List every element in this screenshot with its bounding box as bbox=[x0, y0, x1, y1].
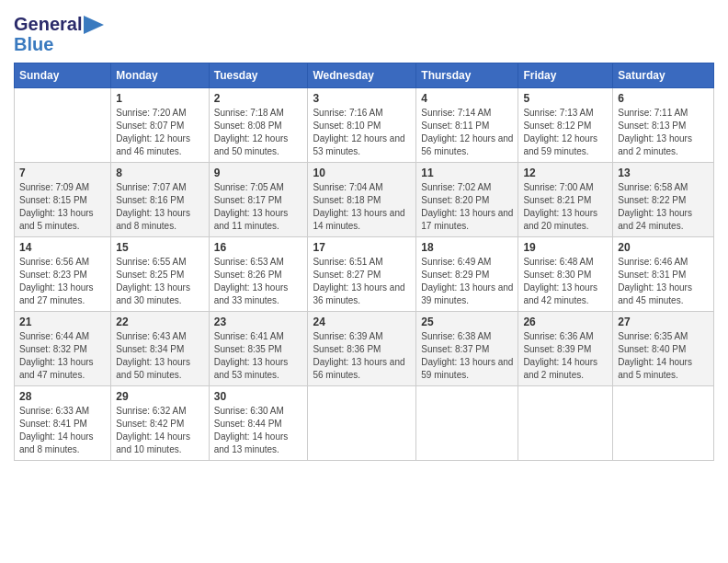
day-number: 15 bbox=[116, 241, 203, 254]
day-number: 14 bbox=[19, 241, 106, 254]
day-cell: 20Sunrise: 6:46 AMSunset: 8:31 PMDayligh… bbox=[613, 237, 714, 312]
day-info: Sunrise: 6:46 AMSunset: 8:31 PMDaylight:… bbox=[618, 256, 709, 307]
day-cell: 1Sunrise: 7:20 AMSunset: 8:07 PMDaylight… bbox=[111, 88, 209, 163]
day-info: Sunrise: 7:16 AMSunset: 8:10 PMDaylight:… bbox=[313, 107, 411, 158]
day-number: 25 bbox=[421, 316, 513, 328]
header-day-saturday: Saturday bbox=[613, 63, 714, 88]
logo: General Blue bbox=[14, 14, 104, 55]
svg-marker-0 bbox=[84, 16, 104, 34]
day-info: Sunrise: 7:20 AMSunset: 8:07 PMDaylight:… bbox=[116, 107, 203, 158]
day-number: 8 bbox=[116, 167, 203, 179]
day-info: Sunrise: 7:07 AMSunset: 8:16 PMDaylight:… bbox=[116, 181, 203, 233]
day-info: Sunrise: 6:53 AMSunset: 8:26 PMDaylight:… bbox=[214, 256, 303, 307]
logo-text-general: General bbox=[14, 14, 82, 34]
header-day-wednesday: Wednesday bbox=[308, 63, 416, 88]
day-cell: 5Sunrise: 7:13 AMSunset: 8:12 PMDaylight… bbox=[518, 88, 613, 163]
day-info: Sunrise: 7:00 AMSunset: 8:21 PMDaylight:… bbox=[523, 181, 608, 233]
day-number: 30 bbox=[214, 390, 303, 403]
day-info: Sunrise: 6:36 AMSunset: 8:39 PMDaylight:… bbox=[523, 330, 608, 382]
calendar-table: SundayMondayTuesdayWednesdayThursdayFrid… bbox=[14, 63, 714, 461]
day-number: 24 bbox=[313, 316, 411, 328]
day-cell: 6Sunrise: 7:11 AMSunset: 8:13 PMDaylight… bbox=[613, 88, 714, 163]
week-row-1: 7Sunrise: 7:09 AMSunset: 8:15 PMDaylight… bbox=[15, 163, 714, 237]
day-info: Sunrise: 7:02 AMSunset: 8:20 PMDaylight:… bbox=[421, 181, 513, 233]
day-cell bbox=[308, 386, 416, 461]
day-number: 18 bbox=[421, 241, 513, 254]
day-number: 5 bbox=[523, 92, 608, 105]
day-info: Sunrise: 6:51 AMSunset: 8:27 PMDaylight:… bbox=[313, 256, 411, 307]
day-cell: 12Sunrise: 7:00 AMSunset: 8:21 PMDayligh… bbox=[518, 163, 613, 237]
day-cell: 9Sunrise: 7:05 AMSunset: 8:17 PMDaylight… bbox=[209, 163, 308, 237]
day-number: 11 bbox=[421, 167, 513, 179]
day-number: 7 bbox=[19, 167, 106, 179]
day-cell: 24Sunrise: 6:39 AMSunset: 8:36 PMDayligh… bbox=[308, 312, 416, 386]
day-info: Sunrise: 6:55 AMSunset: 8:25 PMDaylight:… bbox=[116, 256, 203, 307]
day-number: 22 bbox=[116, 316, 203, 328]
day-number: 26 bbox=[523, 316, 608, 328]
day-cell: 13Sunrise: 6:58 AMSunset: 8:22 PMDayligh… bbox=[613, 163, 714, 237]
week-row-0: 1Sunrise: 7:20 AMSunset: 8:07 PMDaylight… bbox=[15, 88, 714, 163]
day-number: 29 bbox=[116, 390, 203, 403]
day-info: Sunrise: 6:49 AMSunset: 8:29 PMDaylight:… bbox=[421, 256, 513, 307]
logo-arrow-icon bbox=[84, 16, 104, 34]
day-info: Sunrise: 6:58 AMSunset: 8:22 PMDaylight:… bbox=[618, 181, 709, 233]
logo-text-blue: Blue bbox=[14, 34, 53, 54]
day-cell: 7Sunrise: 7:09 AMSunset: 8:15 PMDaylight… bbox=[15, 163, 111, 237]
page: General Blue SundayMondayTuesdayWednesda… bbox=[0, 0, 728, 563]
header: General Blue bbox=[14, 9, 714, 55]
day-number: 12 bbox=[523, 167, 608, 179]
day-number: 13 bbox=[618, 167, 709, 179]
day-cell: 14Sunrise: 6:56 AMSunset: 8:23 PMDayligh… bbox=[15, 237, 111, 312]
day-number: 17 bbox=[313, 241, 411, 254]
day-info: Sunrise: 7:13 AMSunset: 8:12 PMDaylight:… bbox=[523, 107, 608, 158]
week-row-3: 21Sunrise: 6:44 AMSunset: 8:32 PMDayligh… bbox=[15, 312, 714, 386]
day-cell: 4Sunrise: 7:14 AMSunset: 8:11 PMDaylight… bbox=[416, 88, 518, 163]
day-cell bbox=[613, 386, 714, 461]
day-info: Sunrise: 6:41 AMSunset: 8:35 PMDaylight:… bbox=[214, 330, 303, 382]
day-info: Sunrise: 7:14 AMSunset: 8:11 PMDaylight:… bbox=[421, 107, 513, 158]
day-info: Sunrise: 6:44 AMSunset: 8:32 PMDaylight:… bbox=[19, 330, 106, 382]
day-cell bbox=[15, 88, 111, 163]
day-cell bbox=[416, 386, 518, 461]
day-info: Sunrise: 6:39 AMSunset: 8:36 PMDaylight:… bbox=[313, 330, 411, 382]
day-number: 19 bbox=[523, 241, 608, 254]
day-info: Sunrise: 7:04 AMSunset: 8:18 PMDaylight:… bbox=[313, 181, 411, 233]
day-cell: 16Sunrise: 6:53 AMSunset: 8:26 PMDayligh… bbox=[209, 237, 308, 312]
day-number: 20 bbox=[618, 241, 709, 254]
header-day-thursday: Thursday bbox=[416, 63, 518, 88]
day-cell: 22Sunrise: 6:43 AMSunset: 8:34 PMDayligh… bbox=[111, 312, 209, 386]
day-info: Sunrise: 6:30 AMSunset: 8:44 PMDaylight:… bbox=[214, 405, 303, 456]
day-number: 28 bbox=[19, 390, 106, 403]
day-number: 6 bbox=[618, 92, 709, 105]
day-cell: 28Sunrise: 6:33 AMSunset: 8:41 PMDayligh… bbox=[15, 386, 111, 461]
day-cell: 27Sunrise: 6:35 AMSunset: 8:40 PMDayligh… bbox=[613, 312, 714, 386]
day-info: Sunrise: 6:48 AMSunset: 8:30 PMDaylight:… bbox=[523, 256, 608, 307]
day-cell: 10Sunrise: 7:04 AMSunset: 8:18 PMDayligh… bbox=[308, 163, 416, 237]
day-number: 2 bbox=[214, 92, 303, 105]
day-cell: 15Sunrise: 6:55 AMSunset: 8:25 PMDayligh… bbox=[111, 237, 209, 312]
day-cell: 11Sunrise: 7:02 AMSunset: 8:20 PMDayligh… bbox=[416, 163, 518, 237]
day-number: 23 bbox=[214, 316, 303, 328]
day-number: 16 bbox=[214, 241, 303, 254]
day-cell: 19Sunrise: 6:48 AMSunset: 8:30 PMDayligh… bbox=[518, 237, 613, 312]
day-number: 10 bbox=[313, 167, 411, 179]
day-cell: 29Sunrise: 6:32 AMSunset: 8:42 PMDayligh… bbox=[111, 386, 209, 461]
day-cell bbox=[518, 386, 613, 461]
week-row-2: 14Sunrise: 6:56 AMSunset: 8:23 PMDayligh… bbox=[15, 237, 714, 312]
day-cell: 18Sunrise: 6:49 AMSunset: 8:29 PMDayligh… bbox=[416, 237, 518, 312]
day-number: 9 bbox=[214, 167, 303, 179]
day-info: Sunrise: 6:38 AMSunset: 8:37 PMDaylight:… bbox=[421, 330, 513, 382]
day-number: 21 bbox=[19, 316, 106, 328]
day-info: Sunrise: 6:43 AMSunset: 8:34 PMDaylight:… bbox=[116, 330, 203, 382]
day-info: Sunrise: 7:05 AMSunset: 8:17 PMDaylight:… bbox=[214, 181, 303, 233]
day-cell: 26Sunrise: 6:36 AMSunset: 8:39 PMDayligh… bbox=[518, 312, 613, 386]
day-info: Sunrise: 7:11 AMSunset: 8:13 PMDaylight:… bbox=[618, 107, 709, 158]
day-number: 4 bbox=[421, 92, 513, 105]
day-info: Sunrise: 6:35 AMSunset: 8:40 PMDaylight:… bbox=[618, 330, 709, 382]
header-day-friday: Friday bbox=[518, 63, 613, 88]
day-info: Sunrise: 7:18 AMSunset: 8:08 PMDaylight:… bbox=[214, 107, 303, 158]
header-row: SundayMondayTuesdayWednesdayThursdayFrid… bbox=[15, 63, 714, 88]
day-cell: 2Sunrise: 7:18 AMSunset: 8:08 PMDaylight… bbox=[209, 88, 308, 163]
day-cell: 25Sunrise: 6:38 AMSunset: 8:37 PMDayligh… bbox=[416, 312, 518, 386]
day-cell: 17Sunrise: 6:51 AMSunset: 8:27 PMDayligh… bbox=[308, 237, 416, 312]
